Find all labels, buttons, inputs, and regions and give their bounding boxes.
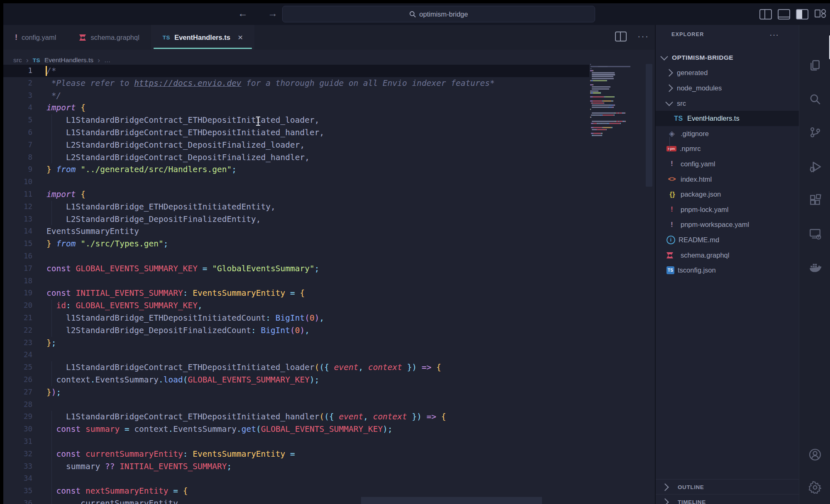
line-number[interactable]: 8 <box>3 151 32 164</box>
breadcrumb-symbol[interactable]: … <box>104 56 111 64</box>
code-line-24[interactable]: 24 <box>3 349 589 361</box>
code-line-28[interactable]: 28 <box>3 399 589 411</box>
file-tree-item-generated[interactable]: generated <box>656 66 810 81</box>
code-line-8[interactable]: 8 L2StandardBridgeContract_DepositFinali… <box>3 151 589 164</box>
account-icon[interactable] <box>809 448 821 463</box>
remote-explorer-icon[interactable] <box>809 228 821 242</box>
code-line-1[interactable]: 1/* <box>3 65 589 77</box>
file-tree-item-OPTIMISM-BRIDGE[interactable]: OPTIMISM-BRIDGE <box>656 50 806 66</box>
tab-config.yaml[interactable]: !config.yaml <box>3 25 68 50</box>
line-number[interactable]: 23 <box>3 337 32 349</box>
code-line-15[interactable]: 15} from "./src/Types.gen"; <box>3 238 589 250</box>
extensions-icon[interactable] <box>809 194 821 208</box>
line-number[interactable]: 28 <box>3 399 32 411</box>
forward-arrow[interactable]: → <box>266 7 280 19</box>
line-number[interactable]: 31 <box>3 436 32 448</box>
line-number[interactable]: 6 <box>3 127 32 139</box>
line-number[interactable]: 1 <box>3 65 32 77</box>
code-line-14[interactable]: 14EventsSummaryEntity <box>3 225 589 238</box>
customize-layout-icon[interactable] <box>815 10 826 17</box>
code-line-17[interactable]: 17const GLOBAL_EVENTS_SUMMARY_KEY = "Glo… <box>3 263 589 275</box>
files-icon[interactable] <box>809 59 821 73</box>
line-number[interactable]: 32 <box>3 448 32 460</box>
file-tree-item-index.html[interactable]: <>index.html <box>656 172 810 187</box>
line-number[interactable]: 7 <box>3 139 32 151</box>
run-debug-icon[interactable] <box>809 161 821 175</box>
line-number[interactable]: 4 <box>3 102 32 114</box>
line-number[interactable]: 20 <box>3 299 32 312</box>
line-number[interactable]: 13 <box>3 213 32 226</box>
vertical-scrollbar-thumb[interactable] <box>646 64 652 187</box>
line-number[interactable]: 27 <box>3 386 32 399</box>
breadcrumb-file[interactable]: EventHandlers.ts <box>44 56 93 64</box>
line-number[interactable]: 16 <box>3 250 32 263</box>
line-number[interactable]: 25 <box>3 361 32 374</box>
code-line-4[interactable]: 4import { <box>3 102 589 114</box>
code-line-25[interactable]: 25 L1StandardBridgeContract_ETHDepositIn… <box>3 361 589 374</box>
line-number[interactable]: 2 <box>3 77 32 90</box>
code-line-10[interactable]: 10 <box>3 176 589 188</box>
code-line-7[interactable]: 7 L2StandardBridgeContract_DepositFinali… <box>3 139 589 151</box>
docker-icon[interactable] <box>809 261 821 275</box>
settings-icon[interactable] <box>809 481 821 495</box>
section-outline[interactable]: OUTLINE <box>656 479 800 494</box>
code-line-13[interactable]: 13 L2StandardBridge_DepositFinalizedEnti… <box>3 213 589 226</box>
editor-more-actions-icon[interactable]: ··· <box>637 34 649 39</box>
doc-link[interactable]: https://docs.envio.dev <box>134 78 241 88</box>
code-line-34[interactable]: 34 <box>3 472 589 485</box>
toggle-primary-sidebar-icon[interactable] <box>759 9 772 19</box>
line-number[interactable]: 24 <box>3 349 32 361</box>
line-number[interactable]: 19 <box>3 287 32 299</box>
file-tree-item-pnpm-lock.yaml[interactable]: !pnpm-lock.yaml <box>656 202 810 217</box>
code-line-30[interactable]: 30 const summary = context.EventsSummary… <box>3 423 589 436</box>
code-editor[interactable]: 1/*2 *Please refer to https://docs.envio… <box>3 65 589 504</box>
breadcrumb-src[interactable]: src <box>13 56 22 64</box>
code-line-31[interactable]: 31 <box>3 436 589 448</box>
section-timeline[interactable]: TIMELINE <box>656 494 800 504</box>
search-icon[interactable] <box>809 93 821 107</box>
code-line-29[interactable]: 29 L1StandardBridgeContract_ETHDepositIn… <box>3 411 589 423</box>
file-tree-item-package.json[interactable]: { }package.json <box>656 187 810 202</box>
line-number[interactable]: 34 <box>3 472 32 485</box>
code-line-9[interactable]: 9} from "../generated/src/Handlers.gen"; <box>3 163 589 176</box>
code-line-32[interactable]: 32 const currentSummaryEntity: EventsSum… <box>3 448 589 460</box>
code-line-18[interactable]: 18 <box>3 275 589 287</box>
code-line-12[interactable]: 12 L1StandardBridge_ETHDepositInitiatedE… <box>3 201 589 213</box>
code-line-35[interactable]: 35 const nextSummaryEntity = { <box>3 485 589 497</box>
file-tree-item-.npmrc[interactable]: npm.npmrc <box>656 141 810 157</box>
line-number[interactable]: 17 <box>3 263 32 275</box>
file-tree-item-.gitignore[interactable]: ◈.gitignore <box>656 126 810 141</box>
close-tab-icon[interactable]: × <box>238 32 243 42</box>
explorer-more-actions-icon[interactable]: ··· <box>769 30 779 39</box>
line-number[interactable]: 26 <box>3 374 32 386</box>
code-line-6[interactable]: 6 L1StandardBridgeContract_ETHDepositIni… <box>3 127 589 139</box>
line-number[interactable]: 9 <box>3 163 32 176</box>
file-tree-item-config.yaml[interactable]: !config.yaml <box>656 156 810 172</box>
code-line-23[interactable]: 23}; <box>3 337 589 349</box>
file-tree-item-EventHandlers.ts[interactable]: TSEventHandlers.ts <box>656 111 817 126</box>
line-number[interactable]: 14 <box>3 225 32 238</box>
tab-EventHandlers.ts[interactable]: TSEventHandlers.ts× <box>151 25 254 50</box>
code-line-3[interactable]: 3 */ <box>3 90 589 102</box>
line-number[interactable]: 12 <box>3 201 32 213</box>
minimap[interactable] <box>590 64 647 147</box>
tab-schema.graphql[interactable]: schema.graphql <box>68 25 151 50</box>
file-tree-item-tsconfig.json[interactable]: TStsconfig.json <box>656 263 810 278</box>
code-line-33[interactable]: 33 summary ?? INITIAL_EVENTS_SUMMARY; <box>3 460 589 473</box>
line-number[interactable]: 11 <box>3 188 32 201</box>
line-number[interactable]: 18 <box>3 275 32 287</box>
code-line-16[interactable]: 16 <box>3 250 589 263</box>
code-line-19[interactable]: 19const INITIAL_EVENTS_SUMMARY: EventsSu… <box>3 287 589 299</box>
code-line-5[interactable]: 5 L1StandardBridgeContract_ETHDepositIni… <box>3 114 589 127</box>
source-control-icon[interactable] <box>809 126 821 140</box>
toggle-secondary-sidebar-icon[interactable] <box>796 9 808 19</box>
back-arrow[interactable]: ← <box>236 7 250 19</box>
line-number[interactable]: 33 <box>3 460 32 473</box>
toggle-panel-icon[interactable] <box>778 9 790 19</box>
file-tree-item-pnpm-workspace.yaml[interactable]: !pnpm-workspace.yaml <box>656 217 810 233</box>
file-tree-item-README.md[interactable]: iREADME.md <box>656 232 810 248</box>
line-number[interactable]: 15 <box>3 238 32 250</box>
line-number[interactable]: 21 <box>3 312 32 324</box>
line-number[interactable]: 3 <box>3 90 32 102</box>
line-number[interactable]: 35 <box>3 485 32 497</box>
